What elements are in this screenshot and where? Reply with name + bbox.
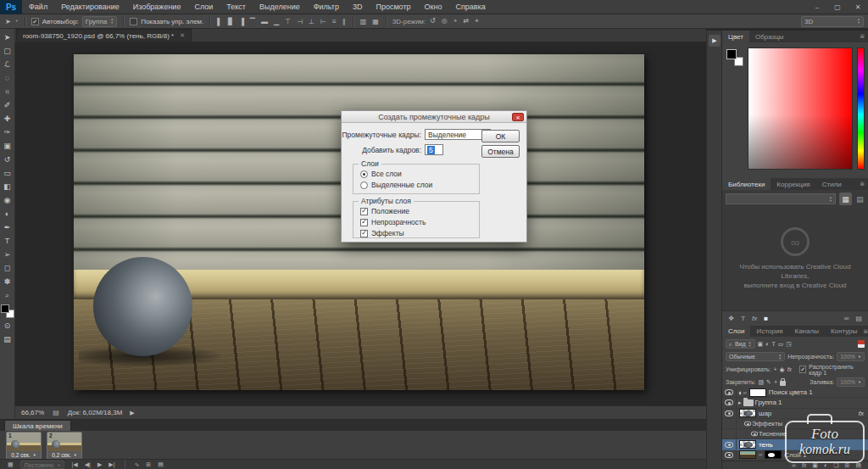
align-icon[interactable]: ▌ — [216, 18, 223, 25]
eraser-tool[interactable]: ▭ — [0, 166, 15, 180]
dialog-titlebar[interactable]: Создать промежуточные кадры ✕ — [342, 111, 526, 123]
filter-adjustment-icon[interactable]: ◐ — [765, 341, 769, 347]
tab-paths[interactable]: Контуры — [825, 326, 863, 337]
mask-thumbnail[interactable] — [765, 450, 782, 459]
layer-style-icon[interactable]: fx — [802, 462, 806, 468]
lock-pixels-icon[interactable]: ✎ — [766, 379, 771, 386]
gradient-tool[interactable]: ◧ — [0, 180, 15, 193]
quick-mask-button[interactable]: ⊙ — [0, 319, 15, 332]
adjustment-layer-icon[interactable]: ◐ — [824, 462, 827, 468]
mode3d-icon[interactable]: ◎ — [441, 17, 448, 25]
layer-row-sphere[interactable]: шар fx — [722, 409, 868, 419]
filter-pixel-icon[interactable]: ▣ — [758, 341, 764, 348]
layer-fx-icon[interactable]: fx — [859, 410, 868, 417]
eye-icon[interactable] — [744, 422, 751, 427]
history-brush-tool[interactable]: ↺ — [0, 153, 15, 166]
menu-item[interactable]: Фильтр — [307, 0, 346, 14]
filter-type-dropdown[interactable]: ⌕Вид ▲▼ — [726, 339, 755, 349]
fill-dropdown[interactable]: 100% ▼ — [837, 377, 865, 387]
dodge-tool[interactable]: ◐ — [0, 207, 15, 221]
tween-frames-icon[interactable]: ∿ — [134, 461, 139, 468]
lasso-tool[interactable]: ℒ — [0, 58, 15, 71]
distribute-icon[interactable]: ▥ — [359, 18, 368, 25]
tab-channels[interactable]: Каналы — [788, 326, 824, 337]
tab-history[interactable]: История — [750, 326, 788, 337]
foreground-color-swatch[interactable] — [1, 304, 9, 313]
layer-row-color-lookup[interactable]: ◐ ∞ Поиск цвета 1 — [722, 388, 868, 398]
visibility-toggle[interactable] — [722, 450, 737, 460]
mode3d-icon[interactable]: ⌖ — [474, 17, 480, 25]
hand-tool[interactable]: ✽ — [0, 275, 15, 288]
eye-icon[interactable] — [751, 432, 758, 437]
menu-item[interactable]: Текст — [220, 0, 253, 14]
autoselect-target-dropdown[interactable]: Группа ▲▼ — [82, 16, 117, 27]
lock-position-icon[interactable]: + — [774, 379, 777, 385]
layer-row-group[interactable]: ▸ Группа 1 — [722, 398, 868, 408]
layer-thumbnail[interactable] — [749, 388, 766, 397]
layer-name[interactable]: тень — [759, 441, 773, 449]
align-icon[interactable]: ∥ — [342, 18, 347, 25]
effects-label[interactable]: Эффекты — [752, 420, 782, 427]
frames-input[interactable]: 5 — [425, 144, 443, 155]
timeline-tab[interactable]: Шкала времени — [4, 420, 71, 431]
unify-position-icon[interactable]: + — [773, 366, 776, 372]
panel-color-swatches[interactable] — [726, 49, 745, 68]
lock-all-icon[interactable] — [780, 381, 786, 386]
align-icon[interactable]: ≡ — [331, 18, 337, 25]
dialog-close-button[interactable]: ✕ — [512, 113, 524, 121]
delete-frame-icon[interactable]: ▤ — [158, 461, 164, 468]
selected-layers-radio[interactable] — [360, 181, 368, 189]
visibility-toggle[interactable] — [722, 398, 737, 407]
visibility-toggle[interactable] — [722, 439, 737, 449]
library-select[interactable]: ▲▼ — [726, 193, 836, 204]
group-arrow-icon[interactable]: ▸ — [738, 399, 742, 406]
tab-close-icon[interactable]: ✕ — [180, 32, 185, 39]
tab-color[interactable]: Цвет — [722, 31, 749, 42]
mode3d-icon[interactable]: ↺ — [429, 17, 437, 25]
filter-shape-icon[interactable]: ▭ — [778, 341, 784, 348]
filter-type-icon[interactable]: T — [771, 341, 775, 347]
eye-icon[interactable] — [725, 410, 733, 416]
blend-mode-dropdown[interactable]: Обычные ▲▼ — [726, 352, 785, 361]
menu-item[interactable]: Выделение — [253, 0, 307, 14]
menu-item[interactable]: Просмотр — [369, 0, 417, 14]
collapsed-panel-icon[interactable]: ▶ — [709, 35, 721, 47]
layer-name[interactable]: шар — [759, 410, 771, 417]
filter-toggle-icon[interactable] — [858, 340, 865, 348]
menu-item[interactable]: Файл — [22, 0, 54, 14]
tab-swatches[interactable]: Образцы — [749, 31, 790, 42]
effects-checkbox[interactable]: ✓ — [360, 230, 368, 237]
unify-visibility-icon[interactable]: ◉ — [780, 366, 785, 373]
document-tab[interactable]: room-938750_1920.psd @ 66,7% (тень, RGB/… — [16, 29, 192, 42]
eye-icon[interactable] — [725, 452, 733, 458]
status-arrow-icon[interactable]: ▶ — [130, 410, 134, 416]
sync-icon[interactable]: ∞ — [844, 315, 849, 322]
zoom-level[interactable]: 66,67% — [21, 409, 44, 416]
propagate-checkbox[interactable]: ✓ — [799, 366, 806, 373]
menu-item[interactable]: Изображение — [126, 0, 188, 14]
tab-adjustments[interactable]: Коррекция — [771, 178, 815, 190]
frame-2-duration[interactable]: 0,2 сек. ▼ — [47, 451, 81, 459]
align-icon[interactable]: ⊣ — [296, 18, 303, 25]
visibility-toggle[interactable] — [722, 388, 737, 397]
opacity-dropdown[interactable]: 100% ▼ — [837, 352, 865, 361]
all-layers-radio[interactable] — [360, 170, 368, 178]
align-icon[interactable]: ▬ — [260, 18, 269, 25]
tab-libraries[interactable]: Библиотеки — [722, 178, 771, 190]
path-selection-tool[interactable]: ➢ — [0, 248, 15, 261]
layer-thumbnail[interactable] — [739, 409, 756, 417]
clone-stamp-tool[interactable]: ▣ — [0, 139, 15, 153]
opacity-checkbox[interactable]: ✓ — [360, 219, 368, 226]
convert-timeline-icon[interactable]: ▦ — [8, 461, 14, 468]
loop-dropdown[interactable]: Постоянно ▼ — [20, 461, 65, 469]
playback-icon[interactable]: |◀ — [71, 461, 77, 468]
pen-tool[interactable]: ✒ — [0, 221, 15, 234]
layer-name[interactable]: Поиск цвета 1 — [769, 388, 813, 396]
align-icon[interactable]: ⊢ — [320, 18, 327, 25]
frame-1[interactable]: 1 0,2 сек. ▼ — [6, 432, 42, 460]
close-button[interactable]: ✕ — [848, 0, 868, 14]
saturation-picker[interactable] — [748, 47, 853, 170]
align-icon[interactable]: ▔ — [249, 18, 256, 25]
blur-tool[interactable]: ◉ — [0, 193, 15, 207]
menu-item[interactable]: 3D — [346, 0, 370, 14]
